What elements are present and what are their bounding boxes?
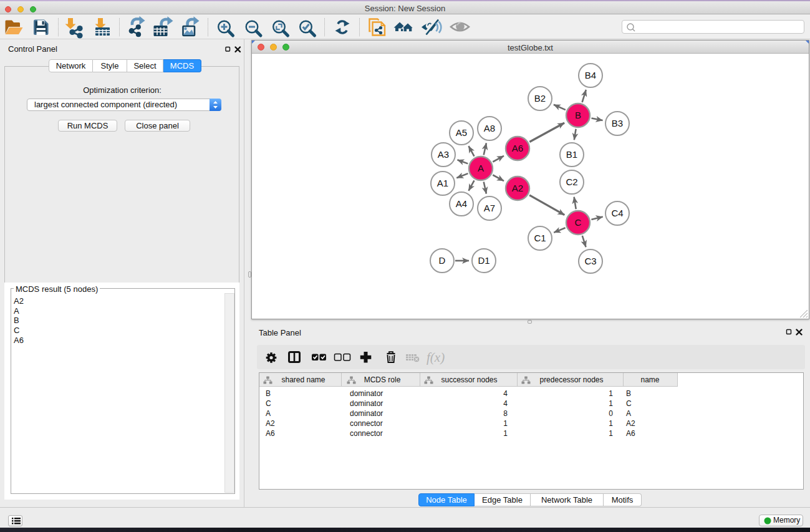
svg-text:B4: B4 xyxy=(585,70,596,80)
svg-text:A: A xyxy=(478,163,484,173)
svg-text:B2: B2 xyxy=(534,93,546,104)
svg-text:A2: A2 xyxy=(512,183,523,193)
svg-text:B3: B3 xyxy=(612,118,623,128)
svg-text:C3: C3 xyxy=(584,256,596,266)
svg-text:B: B xyxy=(575,110,581,120)
svg-text:A4: A4 xyxy=(456,198,467,209)
svg-text:D: D xyxy=(439,255,446,266)
svg-text:A6: A6 xyxy=(512,143,523,153)
svg-text:A8: A8 xyxy=(484,123,495,133)
svg-text:C4: C4 xyxy=(611,208,623,218)
svg-text:f(x): f(x) xyxy=(427,350,445,365)
svg-text:A5: A5 xyxy=(456,127,467,138)
svg-text:C2: C2 xyxy=(566,177,577,187)
svg-text:A3: A3 xyxy=(438,149,449,160)
svg-text:A1: A1 xyxy=(437,178,448,188)
svg-text:C1: C1 xyxy=(534,233,546,243)
svg-text:D1: D1 xyxy=(478,255,489,266)
svg-text:A7: A7 xyxy=(484,203,495,213)
svg-text:C: C xyxy=(575,217,582,228)
svg-text:B1: B1 xyxy=(566,149,577,160)
